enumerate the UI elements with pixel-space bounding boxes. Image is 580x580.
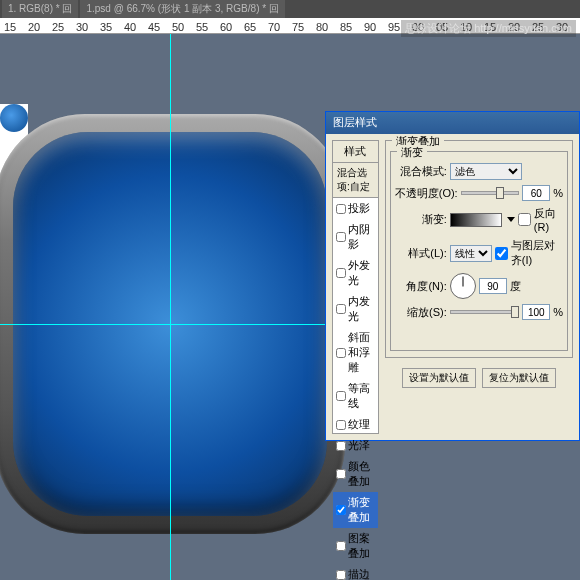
angle-label: 角度(N):	[395, 279, 447, 294]
style-label: 等高线	[348, 381, 375, 411]
blend-mode-select[interactable]: 滤色	[450, 163, 522, 180]
style-checkbox[interactable]	[336, 541, 346, 551]
percent-label-2: %	[553, 306, 563, 318]
scale-slider[interactable]	[450, 310, 520, 314]
style-item-4[interactable]: 斜面和浮雕	[333, 327, 378, 378]
styles-header[interactable]: 样式	[333, 141, 378, 163]
style-label: 图案叠加	[348, 531, 375, 561]
style-item-6[interactable]: 纹理	[333, 414, 378, 435]
reset-default-button[interactable]: 复位为默认值	[482, 368, 556, 388]
style-label: 描边	[348, 567, 370, 580]
style-checkbox[interactable]	[336, 232, 346, 242]
tab-1[interactable]: 1. RGB(8) * 回	[2, 0, 78, 18]
style-checkbox[interactable]	[336, 268, 346, 278]
opacity-slider[interactable]	[461, 191, 520, 195]
style-label: 光泽	[348, 438, 370, 453]
style-item-9[interactable]: 渐变叠加	[333, 492, 378, 528]
style-item-3[interactable]: 内发光	[333, 291, 378, 327]
style-item-7[interactable]: 光泽	[333, 435, 378, 456]
reverse-checkbox[interactable]	[518, 213, 531, 226]
blend-options[interactable]: 混合选项:自定	[333, 163, 378, 198]
dropdown-icon[interactable]	[507, 217, 515, 222]
style-checkbox[interactable]	[336, 391, 346, 401]
percent-label: %	[553, 187, 563, 199]
blend-mode-label: 混合模式:	[395, 164, 447, 179]
style-label: 渐变叠加	[348, 495, 375, 525]
gradient-picker[interactable]	[450, 213, 502, 227]
style-checkbox[interactable]	[336, 570, 346, 580]
style-label: 内阴影	[348, 222, 375, 252]
canvas[interactable]: 图层样式 样式 混合选项:自定 投影内阴影外发光内发光斜面和浮雕等高线纹理光泽颜…	[0, 34, 580, 580]
style-item-1[interactable]: 内阴影	[333, 219, 378, 255]
style-checkbox[interactable]	[336, 469, 346, 479]
degree-label: 度	[510, 279, 521, 294]
dialog-title: 图层样式	[326, 112, 579, 134]
opacity-input[interactable]	[522, 185, 550, 201]
style-checkbox[interactable]	[336, 420, 346, 430]
style-label: 投影	[348, 201, 370, 216]
style-checkbox[interactable]	[336, 304, 346, 314]
style-item-0[interactable]: 投影	[333, 198, 378, 219]
style-checkbox[interactable]	[336, 441, 346, 451]
style-list: 样式 混合选项:自定 投影内阴影外发光内发光斜面和浮雕等高线纹理光泽颜色叠加渐变…	[332, 140, 379, 434]
reverse-label: 反向(R)	[534, 206, 563, 233]
style-label: 外发光	[348, 258, 375, 288]
style-item-8[interactable]: 颜色叠加	[333, 456, 378, 492]
document-tabs: 1. RGB(8) * 回 1.psd @ 66.7% (形状 1 副本 3, …	[0, 0, 580, 18]
style-label: 斜面和浮雕	[348, 330, 375, 375]
style-type-label: 样式(L):	[395, 246, 447, 261]
align-label: 与图层对齐(I)	[511, 238, 563, 268]
set-default-button[interactable]: 设置为默认值	[402, 368, 476, 388]
angle-input[interactable]	[479, 278, 507, 294]
scale-label: 缩放(S):	[395, 305, 447, 320]
angle-dial[interactable]	[450, 273, 476, 299]
style-checkbox[interactable]	[336, 204, 346, 214]
gradient-label: 渐变:	[395, 212, 447, 227]
style-type-select[interactable]: 线性	[450, 245, 492, 262]
style-item-2[interactable]: 外发光	[333, 255, 378, 291]
style-label: 颜色叠加	[348, 459, 375, 489]
style-label: 内发光	[348, 294, 375, 324]
layer-style-dialog: 图层样式 样式 混合选项:自定 投影内阴影外发光内发光斜面和浮雕等高线纹理光泽颜…	[325, 111, 580, 441]
opacity-label: 不透明度(O):	[395, 186, 458, 201]
gradient-overlay-group: 渐变叠加 渐变 混合模式: 滤色 不透明度(O): %	[385, 140, 573, 358]
style-label: 纹理	[348, 417, 370, 432]
style-checkbox[interactable]	[336, 348, 346, 358]
style-item-5[interactable]: 等高线	[333, 378, 378, 414]
guide-vertical[interactable]	[170, 34, 171, 580]
subgroup-title: 渐变	[397, 145, 427, 160]
tab-2[interactable]: 1.psd @ 66.7% (形状 1 副本 3, RGB/8) * 回	[80, 0, 284, 18]
scale-input[interactable]	[522, 304, 550, 320]
style-item-10[interactable]: 图案叠加	[333, 528, 378, 564]
style-item-11[interactable]: 描边	[333, 564, 378, 580]
style-checkbox[interactable]	[336, 505, 346, 515]
align-checkbox[interactable]	[495, 247, 508, 260]
